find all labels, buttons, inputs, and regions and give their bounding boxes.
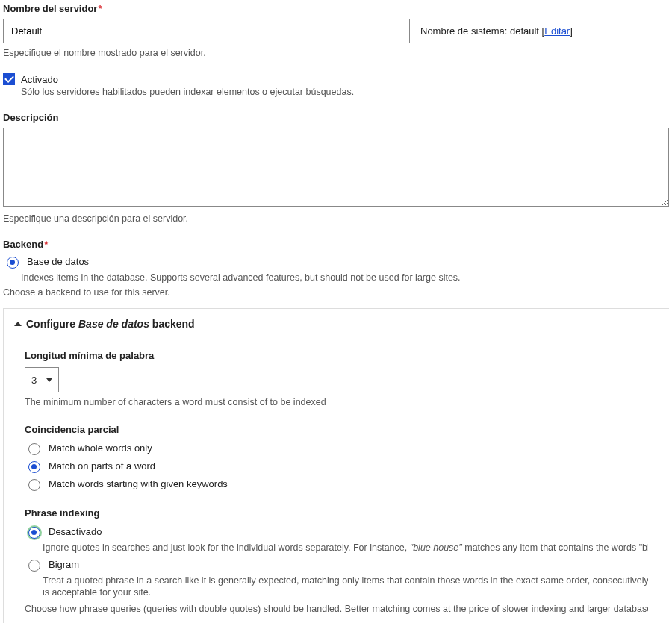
required-asterisk: * (44, 239, 48, 250)
required-asterisk: * (98, 3, 102, 14)
description-field: Descripción Especifique una descripción … (3, 112, 669, 224)
description-label: Descripción (3, 112, 669, 123)
backend-field: Backend* Base de datos Indexes items in … (3, 239, 669, 298)
chevron-down-icon (46, 378, 52, 382)
min-word-length-select[interactable]: 3 (25, 367, 59, 392)
partial-matching-field: Coincidencia parcial Match whole words o… (25, 424, 648, 491)
phrase-disabled-label: Desactivado (49, 526, 102, 537)
partial-whole-label: Match whole words only (49, 442, 152, 454)
server-name-label: Nombre del servidor* (3, 3, 669, 14)
system-name-text: Nombre de sistema: default [Editar] (420, 25, 573, 37)
backend-help: Choose a backend to use for this server. (3, 287, 669, 298)
phrase-indexing-help: Choose how phrase queries (queries with … (25, 604, 648, 614)
backend-database-label: Base de datos (27, 256, 89, 267)
phrase-disabled-radio[interactable] (28, 527, 40, 539)
partial-parts-radio[interactable] (28, 461, 40, 473)
partial-start-radio[interactable] (28, 479, 40, 491)
enabled-checkbox[interactable] (3, 73, 15, 85)
min-word-length-help: The minimum number of characters a word … (25, 397, 648, 407)
min-word-length-value: 3 (31, 375, 37, 386)
server-name-input[interactable] (3, 19, 410, 43)
phrase-bigram-radio[interactable] (28, 560, 40, 572)
server-name-help: Especifique el nombre mostrado para el s… (3, 48, 669, 58)
chevron-up-icon (14, 322, 22, 326)
partial-parts-label: Match on parts of a word (49, 460, 155, 472)
enabled-field: Activado Sólo los servidores habilitados… (3, 73, 669, 97)
partial-matching-label: Coincidencia parcial (25, 424, 648, 435)
server-name-field: Nombre del servidor* Nombre de sistema: … (3, 3, 669, 58)
phrase-disabled-help: Ignore quotes in searches and just look … (43, 542, 648, 553)
phrase-bigram-help-line2: is acceptable for your site. (43, 587, 648, 598)
backend-database-radio[interactable] (7, 257, 19, 269)
enabled-help: Sólo los servidores habilitados pueden i… (21, 87, 669, 97)
min-word-length-field: Longitud mínima de palabra 3 The minimum… (25, 350, 648, 407)
enabled-label: Activado (21, 74, 58, 85)
backend-database-help: Indexes items in the database. Supports … (21, 272, 669, 283)
partial-whole-radio[interactable] (28, 443, 40, 455)
phrase-bigram-help: Treat a quoted phrase in a search like i… (43, 575, 648, 586)
phrase-indexing-label: Phrase indexing (25, 507, 648, 519)
partial-start-label: Match words starting with given keywords (49, 478, 228, 489)
description-help: Especifique una descripción para el serv… (3, 213, 669, 224)
min-word-length-label: Longitud mínima de palabra (25, 350, 648, 361)
edit-machine-name-link[interactable]: Editar (544, 25, 570, 37)
configure-backend-toggle[interactable]: Configure Base de datos backend (4, 309, 669, 339)
description-textarea[interactable] (3, 128, 669, 207)
phrase-indexing-field: Phrase indexing Desactivado Ignore quote… (25, 507, 648, 614)
backend-label: Backend* (3, 239, 669, 250)
phrase-bigram-label: Bigram (49, 559, 79, 570)
configure-backend-panel: Configure Base de datos backend Longitud… (3, 308, 669, 623)
